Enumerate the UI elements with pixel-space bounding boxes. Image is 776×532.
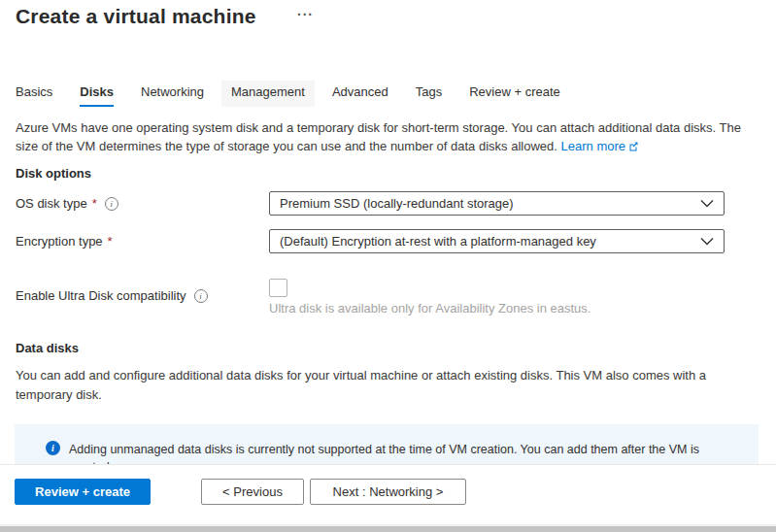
required-asterisk: * xyxy=(92,196,97,211)
tab-management[interactable]: Management xyxy=(221,81,315,107)
scrollbar-thumb[interactable] xyxy=(0,526,776,532)
horizontal-scrollbar[interactable] xyxy=(0,524,776,532)
info-banner: i Adding unmanaged data disks is current… xyxy=(15,424,759,464)
encryption-type-dropdown[interactable]: (Default) Encryption at-rest with a plat… xyxy=(269,229,725,253)
wizard-tabs: Basics Disks Networking Management Advan… xyxy=(16,81,570,107)
create-vm-page: Create a virtual machine ··· Basics Disk… xyxy=(0,0,776,532)
tab-review-create[interactable]: Review + create xyxy=(459,81,570,107)
wizard-footer: Review + create < Previous Next : Networ… xyxy=(0,464,776,525)
ultra-disk-helper-text: Ultra disk is available only for Availab… xyxy=(269,301,590,316)
learn-more-link[interactable]: Learn more xyxy=(561,139,639,153)
page-title: Create a virtual machine xyxy=(16,5,256,28)
required-asterisk: * xyxy=(108,234,113,249)
info-banner-text: Adding unmanaged data disks is currently… xyxy=(69,441,715,464)
review-create-button[interactable]: Review + create xyxy=(15,479,151,505)
previous-button[interactable]: < Previous xyxy=(201,479,304,505)
tab-basics[interactable]: Basics xyxy=(16,81,62,107)
encryption-type-value: (Default) Encryption at-rest with a plat… xyxy=(280,234,596,249)
encryption-type-label: Encryption type * xyxy=(16,234,113,249)
disk-options-heading: Disk options xyxy=(16,166,91,181)
ultra-disk-checkbox[interactable] xyxy=(269,279,287,297)
tab-disks[interactable]: Disks xyxy=(70,81,123,107)
os-disk-type-label: OS disk type * i xyxy=(16,196,118,211)
info-icon[interactable]: i xyxy=(105,197,118,211)
tab-advanced[interactable]: Advanced xyxy=(322,81,398,107)
chevron-down-icon xyxy=(700,237,714,246)
disks-intro-text: Azure VMs have one operating system disk… xyxy=(16,118,746,156)
tab-networking[interactable]: Networking xyxy=(131,81,214,107)
data-disks-heading: Data disks xyxy=(16,341,79,355)
info-banner-icon: i xyxy=(46,441,60,455)
ultra-disk-label: Enable Ultra Disk compatibility i xyxy=(16,288,208,303)
os-disk-type-dropdown[interactable]: Premium SSD (locally-redundant storage) xyxy=(269,191,725,216)
data-disks-description: You can add and configure additional dat… xyxy=(16,366,739,405)
external-link-icon xyxy=(628,138,639,156)
os-disk-type-value: Premium SSD (locally-redundant storage) xyxy=(280,196,514,211)
more-options-button[interactable]: ··· xyxy=(297,7,314,22)
chevron-down-icon xyxy=(700,199,714,208)
next-networking-button[interactable]: Next : Networking > xyxy=(310,479,466,505)
info-icon[interactable]: i xyxy=(194,289,208,303)
tab-tags[interactable]: Tags xyxy=(406,81,452,107)
